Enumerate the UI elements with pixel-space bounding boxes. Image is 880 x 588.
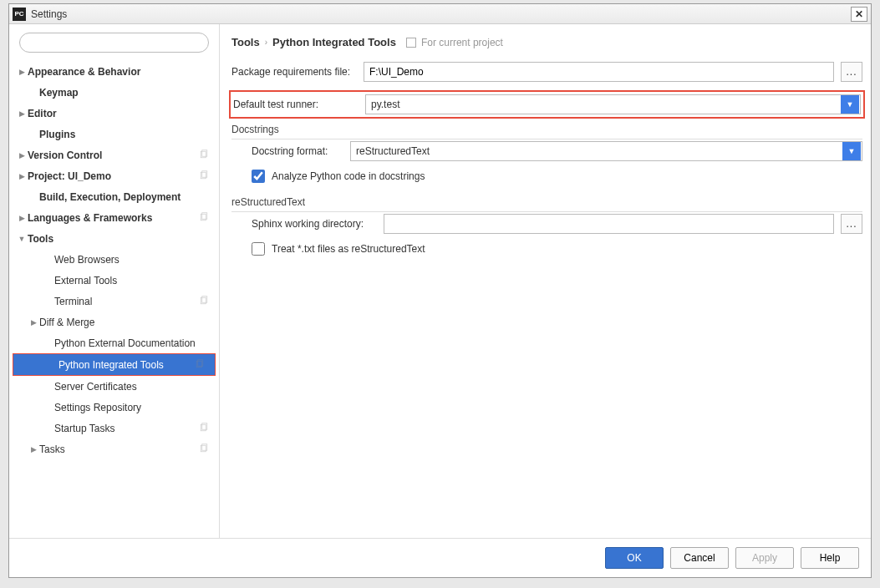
row-treat-txt: Treat *.txt files as reStructuredText bbox=[252, 242, 862, 256]
analyze-python-checkbox[interactable] bbox=[252, 170, 265, 183]
breadcrumb-current: Python Integrated Tools bbox=[272, 36, 396, 48]
breadcrumb-scope: For current project bbox=[421, 37, 503, 48]
project-scope-icon bbox=[199, 423, 211, 434]
main-panel: Tools › Python Integrated Tools For curr… bbox=[220, 24, 871, 538]
app-icon: PC bbox=[13, 8, 26, 21]
row-docstring-format: Docstring format: reStructuredText ▼ bbox=[252, 141, 862, 161]
highlight-selected-tree-item: Python Integrated Tools bbox=[13, 353, 216, 376]
tree-item-server-certificates[interactable]: Server Certificates bbox=[9, 376, 219, 397]
section-restructuredtext: reStructuredText bbox=[231, 196, 862, 212]
sphinx-dir-input[interactable] bbox=[384, 214, 834, 234]
label-test-runner: Default test runner: bbox=[233, 99, 359, 110]
test-runner-combo[interactable]: py.test ▼ bbox=[365, 94, 861, 114]
treat-txt-checkbox[interactable] bbox=[252, 242, 265, 256]
tree-item-label: Keymap bbox=[39, 87, 219, 99]
tree-item-label: Tasks bbox=[39, 444, 199, 455]
tree-item-languages-frameworks[interactable]: Languages & Frameworks bbox=[9, 207, 219, 228]
label-treat-txt: Treat *.txt files as reStructuredText bbox=[272, 243, 425, 255]
chevron-right-icon[interactable] bbox=[16, 68, 28, 76]
tree-item-label: Project: UI_Demo bbox=[28, 170, 199, 182]
tree-item-plugins[interactable]: Plugins bbox=[9, 124, 219, 144]
close-button[interactable]: ✕ bbox=[851, 7, 867, 22]
breadcrumb-parent[interactable]: Tools bbox=[231, 36, 260, 48]
section-docstrings: Docstrings bbox=[231, 124, 862, 139]
test-runner-value: py.test bbox=[371, 99, 841, 110]
chevron-right-icon[interactable] bbox=[16, 214, 28, 222]
chevron-right-icon[interactable] bbox=[16, 109, 28, 118]
project-scope-icon bbox=[199, 296, 211, 307]
tree-item-label: Appearance & Behavior bbox=[28, 66, 219, 78]
apply-button[interactable]: Apply bbox=[735, 547, 794, 569]
tree-item-label: Server Certificates bbox=[54, 381, 219, 393]
docstring-format-combo[interactable]: reStructuredText ▼ bbox=[350, 141, 862, 161]
chevron-right-icon[interactable] bbox=[16, 151, 28, 160]
tree-item-label: Terminal bbox=[54, 296, 199, 307]
project-scope-icon bbox=[199, 150, 211, 161]
tree-item-version-control[interactable]: Version Control bbox=[9, 144, 219, 165]
tree-item-label: Plugins bbox=[39, 129, 219, 140]
window-title: Settings bbox=[31, 8, 851, 20]
tree-item-tools[interactable]: Tools bbox=[9, 228, 219, 249]
project-scope-icon bbox=[195, 359, 206, 371]
tree-item-label: Settings Repository bbox=[54, 402, 219, 413]
tree-item-project-ui-demo[interactable]: Project: UI_Demo bbox=[9, 165, 219, 186]
tree-item-label: Startup Tasks bbox=[54, 423, 199, 434]
search-input[interactable] bbox=[19, 33, 209, 53]
chevron-right-icon[interactable] bbox=[28, 318, 39, 327]
sidebar: Appearance & BehaviorKeymapEditorPlugins… bbox=[9, 24, 220, 538]
package-requirements-input[interactable] bbox=[364, 62, 834, 82]
chevron-down-icon: ▼ bbox=[841, 95, 859, 114]
tree-item-appearance-behavior[interactable]: Appearance & Behavior bbox=[9, 61, 219, 82]
chevron-right-icon[interactable] bbox=[28, 445, 39, 454]
tree-item-diff-merge[interactable]: Diff & Merge bbox=[9, 312, 219, 332]
footer: OK Cancel Apply Help bbox=[9, 538, 871, 577]
tree-item-build-execution-deployment[interactable]: Build, Execution, Deployment bbox=[9, 186, 219, 207]
tree-item-keymap[interactable]: Keymap bbox=[9, 82, 219, 103]
chevron-down-icon: ▼ bbox=[842, 142, 861, 160]
tree-item-settings-repository[interactable]: Settings Repository bbox=[9, 397, 219, 418]
tree-item-label: External Tools bbox=[54, 275, 219, 286]
tree-item-python-external-documentation[interactable]: Python External Documentation bbox=[9, 332, 219, 353]
tree-item-tasks[interactable]: Tasks bbox=[9, 438, 219, 459]
browse-package-requirements-button[interactable]: ... bbox=[841, 62, 862, 82]
label-docstring-format: Docstring format: bbox=[252, 145, 343, 157]
chevron-right-icon: › bbox=[265, 38, 267, 47]
label-sphinx-dir: Sphinx working directory: bbox=[252, 218, 377, 230]
settings-tree[interactable]: Appearance & BehaviorKeymapEditorPlugins… bbox=[9, 58, 219, 538]
body: Appearance & BehaviorKeymapEditorPlugins… bbox=[9, 24, 871, 538]
row-analyze-python: Analyze Python code in docstrings bbox=[252, 170, 862, 183]
tree-item-label: Version Control bbox=[28, 150, 199, 161]
tree-item-label: Tools bbox=[28, 233, 219, 245]
tree-item-external-tools[interactable]: External Tools bbox=[9, 270, 219, 291]
highlight-test-runner: Default test runner: py.test ▼ bbox=[229, 90, 865, 119]
project-scope-icon bbox=[199, 212, 211, 224]
docstrings-group: Docstring format: reStructuredText ▼ Ana… bbox=[231, 141, 862, 191]
tree-item-label: Editor bbox=[28, 108, 219, 119]
rst-group: Sphinx working directory: ... Treat *.tx… bbox=[231, 214, 862, 264]
tree-item-python-integrated-tools[interactable]: Python Integrated Tools bbox=[13, 354, 215, 375]
help-button[interactable]: Help bbox=[801, 547, 859, 569]
row-test-runner: Default test runner: py.test ▼ bbox=[233, 94, 861, 114]
project-scope-icon bbox=[199, 444, 211, 455]
label-analyze-python: Analyze Python code in docstrings bbox=[272, 170, 425, 182]
tree-item-terminal[interactable]: Terminal bbox=[9, 291, 219, 312]
tree-item-web-browsers[interactable]: Web Browsers bbox=[9, 249, 219, 270]
tree-item-label: Build, Execution, Deployment bbox=[39, 191, 219, 203]
label-package-requirements: Package requirements file: bbox=[231, 66, 357, 78]
close-icon: ✕ bbox=[855, 8, 863, 20]
ok-button[interactable]: OK bbox=[605, 547, 664, 569]
project-scope-icon bbox=[199, 170, 211, 182]
tree-item-label: Diff & Merge bbox=[39, 317, 219, 328]
cancel-button[interactable]: Cancel bbox=[670, 547, 729, 569]
tree-item-startup-tasks[interactable]: Startup Tasks bbox=[9, 418, 219, 438]
titlebar: PC Settings ✕ bbox=[9, 4, 871, 24]
docstring-format-value: reStructuredText bbox=[356, 145, 842, 157]
tree-item-label: Python Integrated Tools bbox=[58, 359, 195, 371]
search-wrap bbox=[9, 24, 219, 58]
browse-sphinx-button[interactable]: ... bbox=[841, 214, 862, 234]
chevron-right-icon[interactable] bbox=[16, 172, 28, 180]
tree-item-label: Web Browsers bbox=[54, 254, 219, 266]
tree-item-editor[interactable]: Editor bbox=[9, 103, 219, 124]
chevron-down-icon[interactable] bbox=[16, 235, 28, 243]
row-package-requirements: Package requirements file: ... bbox=[231, 62, 862, 82]
